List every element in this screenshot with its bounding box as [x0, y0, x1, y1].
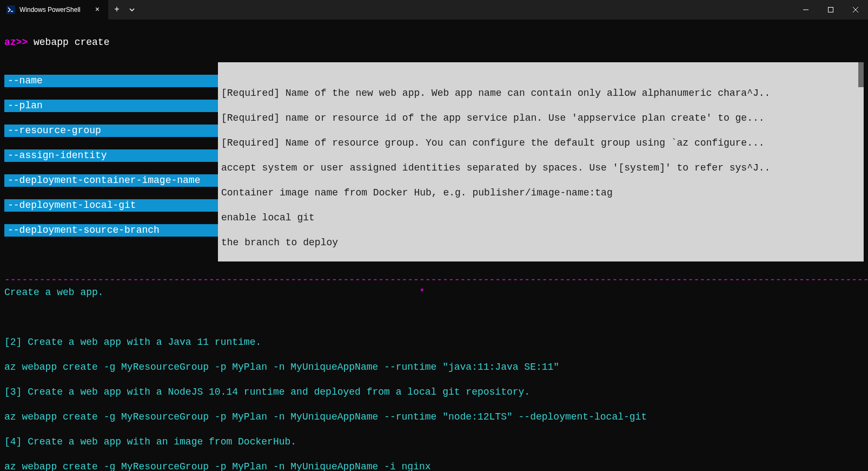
completion-scrollbar[interactable]: [858, 62, 864, 87]
divider: ----------------------------------------…: [4, 274, 868, 285]
completion-item[interactable]: --deployment-container-image-name: [4, 174, 218, 187]
completion-popup: --name --plan --resource-group --assign-…: [4, 62, 864, 261]
help-title: Create a web app.: [4, 287, 104, 298]
new-tab-button[interactable]: +: [108, 0, 125, 19]
completion-descriptions: [Required] Name of the new web app. Web …: [218, 62, 864, 261]
completion-item[interactable]: --deployment-local-git: [4, 199, 218, 212]
completion-desc: enable local git: [221, 212, 860, 224]
tab-title: Windows PowerShell: [19, 6, 89, 14]
completion-desc: [Required] name or resource id of the ap…: [221, 112, 860, 125]
example-line: az webapp create -g MyResourceGroup -p M…: [4, 361, 864, 374]
example-line: [2] Create a web app with a Java 11 runt…: [4, 336, 864, 349]
chevron-down-icon[interactable]: [125, 0, 138, 19]
completion-desc: accept system or user assigned identitie…: [221, 162, 860, 174]
completion-params: --name --plan --resource-group --assign-…: [4, 62, 218, 261]
titlebar: Windows PowerShell × +: [0, 0, 868, 19]
prompt-label: az>>: [4, 37, 28, 48]
completion-desc: the branch to deploy: [221, 237, 860, 249]
example-line: [4] Create a web app with an image from …: [4, 436, 864, 448]
prompt-input[interactable]: webapp create: [28, 37, 109, 48]
powershell-icon: [6, 5, 15, 14]
maximize-button[interactable]: [818, 0, 843, 19]
completion-item[interactable]: --plan: [4, 100, 218, 112]
close-icon[interactable]: ×: [93, 5, 102, 14]
completion-item[interactable]: --name: [4, 75, 218, 87]
completion-desc: [Required] Name of the new web app. Web …: [221, 87, 860, 100]
terminal-content[interactable]: az>> webapp create --name --plan --resou…: [0, 19, 868, 471]
example-line: [3] Create a web app with a NodeJS 10.14…: [4, 386, 864, 398]
close-button[interactable]: [843, 0, 868, 19]
star-marker: *: [419, 287, 425, 298]
example-line: az webapp create -g MyResourceGroup -p M…: [4, 411, 864, 423]
svg-rect-2: [829, 8, 833, 12]
completion-desc: Container image name from Docker Hub, e.…: [221, 187, 860, 199]
tab-powershell[interactable]: Windows PowerShell ×: [0, 0, 108, 19]
completion-item[interactable]: --resource-group: [4, 125, 218, 137]
minimize-button[interactable]: [793, 0, 818, 19]
example-line: az webapp create -g MyResourceGroup -p M…: [4, 461, 864, 471]
completion-item[interactable]: --deployment-source-branch: [4, 224, 218, 237]
window-controls: [793, 0, 868, 19]
completion-desc: [Required] Name of resource group. You c…: [221, 137, 860, 149]
completion-item[interactable]: --assign-identity: [4, 149, 218, 162]
